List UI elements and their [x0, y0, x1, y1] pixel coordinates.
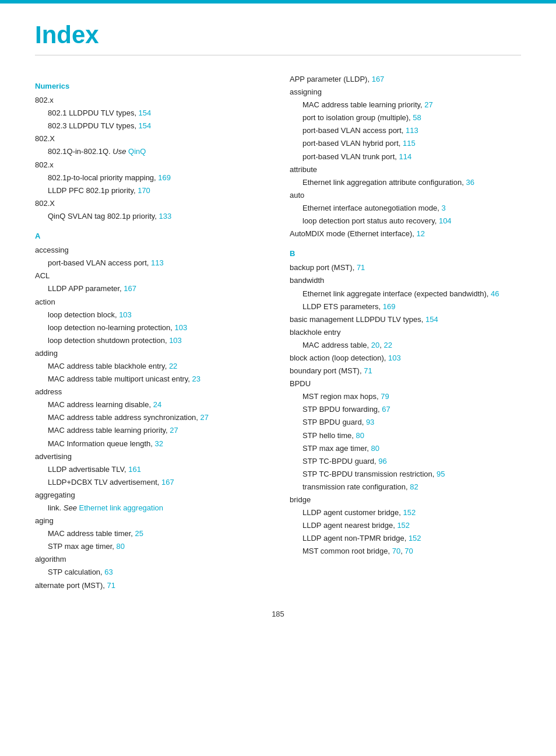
- left-column: Numerics 802.x 802.1 LLDPDU TLV types, 1…: [35, 73, 266, 592]
- section-heading-b: B: [290, 247, 521, 260]
- list-item: 802.1p-to-local priority mapping, 169: [48, 172, 266, 184]
- page-number: 185: [35, 610, 521, 618]
- list-item: STP BPDU guard, 93: [302, 416, 521, 429]
- page-link[interactable]: 71: [364, 366, 372, 375]
- page-link[interactable]: 80: [117, 542, 125, 551]
- page-link[interactable]: 71: [107, 581, 115, 590]
- page-link[interactable]: 67: [382, 405, 390, 414]
- page-link[interactable]: 103: [119, 310, 132, 319]
- page-link[interactable]: 3: [442, 204, 446, 212]
- entry: attribute: [290, 163, 521, 176]
- page-link[interactable]: 152: [409, 534, 421, 542]
- page-link[interactable]: 27: [424, 100, 432, 109]
- page-link[interactable]: 12: [416, 229, 424, 238]
- page-link[interactable]: 58: [413, 113, 421, 122]
- page-link[interactable]: 169: [383, 302, 396, 311]
- list-item: LLDP APP parameter, 167: [48, 282, 266, 295]
- page-link[interactable]: 22: [383, 341, 392, 349]
- page-link[interactable]: 170: [138, 186, 150, 195]
- list-item: link. See Ethernet link aggregation: [48, 502, 266, 514]
- list-item: LLDP agent customer bridge, 152: [302, 506, 521, 519]
- page-link[interactable]: 103: [175, 323, 188, 332]
- page-link[interactable]: 20: [371, 341, 379, 349]
- page-link[interactable]: 152: [397, 521, 410, 530]
- page-link[interactable]: 96: [378, 457, 386, 466]
- page-link[interactable]: 70: [404, 547, 413, 555]
- entry: adding: [35, 347, 266, 360]
- list-item: STP calculation, 63: [48, 566, 266, 579]
- page-link[interactable]: 104: [439, 216, 452, 225]
- list-item: MAC Information queue length, 32: [48, 438, 266, 450]
- list-item: LLDP advertisable TLV, 161: [48, 463, 266, 476]
- list-item: 802.3 LLDPDU TLV types, 154: [48, 120, 266, 132]
- page-link[interactable]: 27: [200, 413, 209, 422]
- entry: aging: [35, 514, 266, 527]
- page-link[interactable]: 167: [161, 478, 174, 487]
- entry: block action (loop detection), 103: [290, 352, 521, 365]
- page-link[interactable]: 46: [491, 289, 499, 298]
- page-link[interactable]: 70: [392, 547, 400, 555]
- page-link[interactable]: 103: [169, 336, 182, 345]
- page-link[interactable]: 167: [124, 284, 136, 293]
- entry: blackhole entry: [290, 326, 521, 339]
- list-item: MAC address table, 20, 22: [302, 339, 521, 352]
- list-item: QinQ SVLAN tag 802.1p priority, 133: [48, 210, 266, 223]
- page-link[interactable]: 95: [437, 470, 445, 478]
- page-link[interactable]: 115: [403, 139, 416, 148]
- page-link[interactable]: Ethernet link aggregation: [79, 503, 164, 512]
- list-item: MAC address table multiport unicast entr…: [48, 373, 266, 386]
- page-link[interactable]: 27: [170, 426, 178, 435]
- page-link[interactable]: 133: [159, 212, 172, 220]
- entry: bandwidth: [290, 274, 521, 287]
- page-link[interactable]: 71: [357, 263, 365, 272]
- page-link[interactable]: 161: [128, 465, 141, 474]
- right-column: APP parameter (LLDP), 167 assigning MAC …: [290, 73, 521, 592]
- page-link[interactable]: QinQ: [128, 147, 146, 156]
- entry: auto: [290, 189, 521, 202]
- list-item: STP max age timer, 80: [302, 442, 521, 455]
- page-link[interactable]: 23: [192, 374, 200, 383]
- page-link[interactable]: 80: [356, 431, 364, 440]
- list-item: 802.1Q-in-802.1Q. Use QinQ: [48, 145, 266, 158]
- page-link[interactable]: 169: [158, 173, 171, 182]
- page-link[interactable]: 80: [371, 444, 379, 453]
- entry: ACL: [35, 270, 266, 282]
- list-item: MAC address learning disable, 24: [48, 398, 266, 411]
- page-link[interactable]: 25: [135, 529, 143, 538]
- page-link[interactable]: 82: [410, 482, 418, 491]
- page-link[interactable]: 152: [403, 508, 416, 517]
- page-link[interactable]: 154: [139, 121, 152, 130]
- page-link[interactable]: 113: [406, 126, 418, 135]
- list-item: Ethernet interface autonegotiation mode,…: [302, 202, 521, 215]
- page-link[interactable]: 24: [153, 400, 161, 409]
- list-item: STP BPDU forwarding, 67: [302, 403, 521, 416]
- list-item: port-based VLAN access port, 113: [302, 124, 521, 137]
- index-columns: Numerics 802.x 802.1 LLDPDU TLV types, 1…: [35, 73, 521, 592]
- entry: backup port (MST), 71: [290, 261, 521, 274]
- list-item: port-based VLAN hybrid port, 115: [302, 137, 521, 150]
- entry: algorithm: [35, 553, 266, 566]
- entry: boundary port (MST), 71: [290, 365, 521, 377]
- page-link[interactable]: 36: [466, 178, 474, 187]
- list-item: loop detection no-learning protection, 1…: [48, 321, 266, 334]
- page-link[interactable]: 93: [366, 418, 374, 426]
- entry: APP parameter (LLDP), 167: [290, 73, 521, 86]
- page-link[interactable]: 114: [399, 152, 411, 161]
- page-link[interactable]: 167: [372, 75, 385, 83]
- page-link[interactable]: 63: [104, 568, 112, 576]
- list-item: LLDP agent non-TPMR bridge, 152: [302, 532, 521, 545]
- page-link[interactable]: 22: [169, 362, 177, 370]
- list-item: loop detection shutdown protection, 103: [48, 334, 266, 347]
- page-link[interactable]: 154: [139, 108, 152, 117]
- entry: action: [35, 296, 266, 309]
- list-item: port-based VLAN access port, 113: [48, 257, 266, 270]
- page-link[interactable]: 79: [381, 392, 389, 401]
- page-link[interactable]: 32: [155, 439, 163, 448]
- section-heading-numerics: Numerics: [35, 80, 266, 93]
- list-item: 802.1 LLDPDU TLV types, 154: [48, 107, 266, 120]
- page-link[interactable]: 113: [151, 258, 164, 267]
- page-link[interactable]: 154: [425, 315, 438, 324]
- list-item: port to isolation group (multiple), 58: [302, 111, 521, 124]
- page-link[interactable]: 103: [388, 354, 401, 362]
- page-title: Index: [35, 21, 521, 55]
